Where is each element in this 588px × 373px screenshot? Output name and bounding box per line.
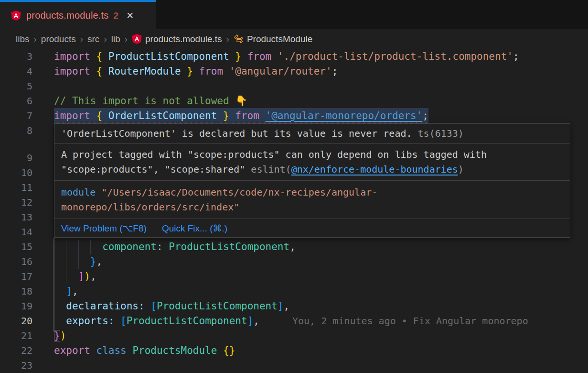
breadcrumb-item-src[interactable]: src: [87, 34, 99, 44]
view-problem-action[interactable]: View Problem (⌥F8): [61, 223, 147, 234]
code-line[interactable]: 6// This import is not allowed 👇: [0, 94, 588, 109]
code-token: ]: [66, 285, 72, 297]
code-token: [163, 241, 169, 252]
line-number[interactable]: 3: [0, 49, 32, 64]
code-token: ProductsModule: [132, 345, 217, 356]
code-token: ProductListComponent: [157, 300, 278, 312]
code-token: from: [229, 110, 266, 121]
indent-guide: [90, 240, 91, 254]
code-line[interactable]: 4import { RouterModule } from '@angular/…: [0, 64, 588, 79]
code-line-text: export class ProductsModule {}: [54, 343, 235, 358]
code-token: ,: [253, 315, 259, 327]
code-token: [114, 315, 120, 327]
git-blame-annotation: You, 2 minutes ago • Fix Angular monorep…: [292, 314, 528, 329]
line-number[interactable]: 16: [0, 254, 32, 269]
code-token: ,: [90, 271, 96, 282]
code-line[interactable]: 5: [0, 79, 588, 94]
chevron-right-icon: ›: [34, 34, 37, 44]
quick-fix-action[interactable]: Quick Fix... (⌘.): [162, 223, 227, 234]
code-line[interactable]: 3import { ProductListComponent } from '.…: [0, 49, 588, 64]
line-number[interactable]: 9: [0, 151, 32, 165]
tab-products-module[interactable]: products.module.ts 2 ✕: [0, 0, 156, 29]
close-icon[interactable]: ✕: [126, 11, 134, 20]
code-token: class: [96, 345, 133, 356]
line-number[interactable]: 13: [0, 210, 32, 225]
line-number[interactable]: 22: [0, 343, 32, 358]
code-token: [54, 300, 66, 312]
code-token: {}: [223, 345, 235, 356]
breadcrumb-label: products: [41, 34, 76, 44]
code-line[interactable]: 15 component: ProductListComponent,: [0, 240, 588, 254]
code-token: [: [150, 300, 157, 312]
code-line[interactable]: 22export class ProductsModule {}: [0, 343, 588, 358]
code-token: module: [61, 186, 101, 198]
code-line[interactable]: 21}): [0, 329, 588, 343]
line-number[interactable]: 4: [0, 64, 32, 79]
code-line[interactable]: 20 exports: [ProductListComponent],You, …: [0, 314, 588, 329]
breadcrumb-item-lib[interactable]: lib: [111, 34, 120, 44]
code-line-text: exports: [ProductListComponent],You, 2 m…: [54, 314, 259, 329]
line-number[interactable]: 7: [0, 109, 32, 123]
hover-status-bar: View Problem (⌥F8) Quick Fix... (⌘.): [54, 219, 570, 237]
line-number[interactable]: 17: [0, 269, 32, 284]
code-token: 'OrderListComponent' is declared but its…: [61, 128, 418, 139]
diagnostics-hover-popup: 'OrderListComponent' is declared but its…: [54, 123, 570, 238]
line-number[interactable]: 10: [0, 165, 32, 180]
breadcrumb-item-libs[interactable]: libs: [16, 34, 30, 44]
breadcrumb-item-products[interactable]: products: [41, 34, 76, 44]
line-number[interactable]: 19: [0, 299, 32, 314]
code-token: '@angular-monorepo/orders': [266, 110, 423, 121]
indent-guide: [66, 240, 66, 254]
line-number[interactable]: 11: [0, 180, 32, 195]
line-number[interactable]: 14: [0, 225, 32, 240]
code-token: ,: [289, 241, 296, 252]
nx-rule-link[interactable]: @nx/enforce-module-boundaries: [291, 164, 458, 175]
highlighted-error-line: import { OrderListComponent } from '@ang…: [54, 108, 428, 124]
line-number[interactable]: 6: [0, 94, 32, 109]
code-token: }: [54, 330, 60, 341]
code-token: exports:: [66, 315, 114, 327]
code-token: ]: [78, 271, 85, 282]
code-line[interactable]: 19 declarations: [ProductListComponent],: [0, 299, 588, 314]
line-number[interactable]: 18: [0, 284, 32, 299]
code-token: }: [181, 66, 193, 77]
breadcrumb-label: lib: [111, 34, 120, 44]
breadcrumb-label: ProductsModule: [247, 34, 312, 44]
line-number[interactable]: 12: [0, 195, 32, 210]
line-number[interactable]: 21: [0, 329, 32, 343]
tab-problem-count: 2: [114, 11, 119, 21]
code-line[interactable]: 16 },: [0, 254, 588, 269]
chevron-right-icon: ›: [104, 34, 107, 44]
line-number[interactable]: 20: [0, 314, 32, 329]
code-line-text: import { ProductListComponent } from './…: [54, 49, 519, 64]
line-number[interactable]: 5: [0, 79, 32, 94]
breadcrumb-item-file[interactable]: products.module.ts: [132, 34, 222, 44]
code-line[interactable]: 18 ],: [0, 284, 588, 299]
code-line[interactable]: 17 ]),: [0, 269, 588, 284]
code-token: ProductListComponent: [127, 315, 247, 327]
angular-icon: [132, 34, 142, 44]
code-token: ]: [247, 315, 254, 327]
chevron-right-icon: ›: [226, 34, 229, 44]
code-token: component: [102, 241, 157, 252]
code-token: ts(6133): [418, 128, 464, 139]
chevron-right-icon: ›: [80, 34, 83, 44]
line-number[interactable]: 23: [0, 358, 32, 373]
code-line-text: import { RouterModule } from '@angular/r…: [54, 64, 338, 79]
code-token: '@angular/router': [229, 66, 332, 77]
code-line-text: import { OrderListComponent } from '@ang…: [54, 109, 428, 123]
class-symbol-icon: [234, 34, 244, 44]
code-token: "/Users/isaac/Documents/code/nx-recipes/…: [61, 186, 377, 213]
code-token: {: [96, 66, 108, 77]
breadcrumb: libs › products › src › lib › products.m…: [0, 29, 588, 49]
editor[interactable]: 'OrderListComponent' is declared but its…: [0, 49, 588, 373]
code-line[interactable]: 23: [0, 358, 588, 373]
code-token: from: [241, 51, 278, 62]
line-number[interactable]: 15: [0, 240, 32, 254]
code-token: export: [54, 345, 96, 356]
line-number[interactable]: 8: [0, 123, 32, 138]
code-line[interactable]: 7import { OrderListComponent } from '@an…: [0, 109, 588, 123]
vscode-window: products.module.ts 2 ✕ libs › products ›…: [0, 0, 588, 373]
indent-guide: [66, 269, 66, 284]
breadcrumb-item-class[interactable]: ProductsModule: [234, 34, 312, 44]
